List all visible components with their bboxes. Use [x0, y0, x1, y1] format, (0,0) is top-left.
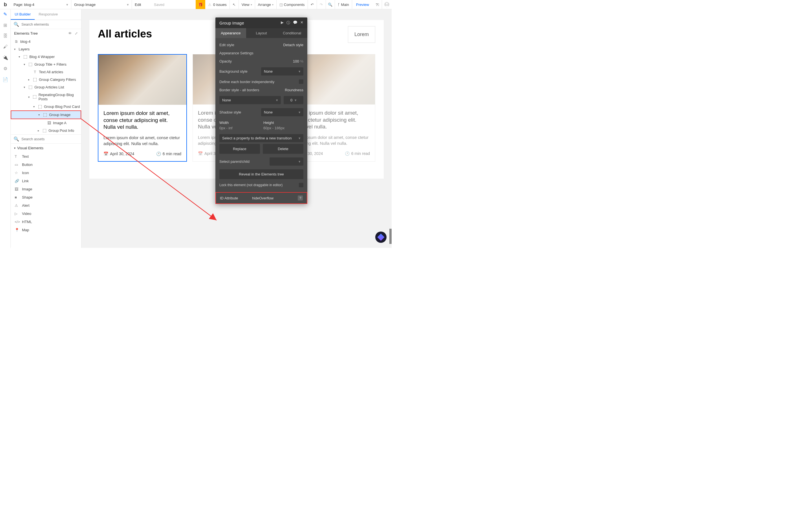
- bg-select[interactable]: None▾: [261, 67, 303, 75]
- ve-video[interactable]: ▷Video: [11, 210, 81, 218]
- help-fab[interactable]: [375, 231, 387, 243]
- logs-tab-icon[interactable]: 📄: [3, 77, 8, 82]
- tree-text-all[interactable]: T Text All articles: [11, 68, 81, 76]
- opacity-label: Opacity: [219, 59, 232, 63]
- tab-responsive[interactable]: Responsive: [35, 9, 62, 20]
- tab-conditional[interactable]: Conditional: [276, 28, 307, 38]
- edit-style-link[interactable]: Edit style: [219, 43, 234, 47]
- opacity-value[interactable]: 100: [293, 59, 299, 63]
- info-icon[interactable]: ⓘ: [287, 20, 290, 25]
- ve-map[interactable]: 📍Map: [11, 226, 81, 234]
- tab-appearance[interactable]: Appearance: [215, 28, 246, 38]
- settings-tab-icon[interactable]: ⚙: [3, 66, 7, 71]
- search-assets[interactable]: 🔍: [11, 134, 81, 144]
- lorem-badge[interactable]: Lorem: [348, 26, 375, 43]
- edit-mode[interactable]: Edit: [132, 0, 152, 9]
- blog-card[interactable]: Lorem ipsum dolor sit amet, conse ctetur…: [98, 54, 187, 162]
- page-dropdown[interactable]: Page: blog-4 ▾: [11, 0, 71, 9]
- gift-icon[interactable]: 🎁: [196, 0, 205, 9]
- image-icon: 🖼: [47, 121, 51, 125]
- tree-rg-blog[interactable]: ▾ RepeatingGroup Blog Posts: [11, 91, 81, 103]
- search-elements-input[interactable]: [21, 22, 79, 26]
- tree-cat-filters[interactable]: ▸ Group Category Filters: [11, 76, 81, 83]
- roundness-input[interactable]: 0▾: [284, 96, 303, 104]
- parent-child-select[interactable]: ▾: [269, 158, 303, 166]
- tree-image-a[interactable]: 🖼 Image A: [11, 119, 81, 127]
- id-value[interactable]: hideOverflow: [252, 196, 273, 200]
- search-elements[interactable]: 🔍: [11, 20, 81, 29]
- tree-group-image[interactable]: ▾ Group Image: [11, 110, 81, 119]
- panel-header[interactable]: Group Image ▶ ⓘ 💬 ✕: [215, 17, 307, 28]
- tree-post-info[interactable]: ▸ Group Post Info: [11, 127, 81, 134]
- issues-button[interactable]: ⚠ 0 issues: [205, 0, 230, 9]
- cube-icon: ◫: [280, 3, 283, 7]
- border-indep-checkbox[interactable]: [299, 79, 303, 84]
- width-value: 0px - inf: [219, 126, 259, 130]
- transition-select[interactable]: Select a property to define a new transi…: [219, 134, 303, 142]
- user-avatar[interactable]: [382, 0, 392, 9]
- help-icon[interactable]: ?: [298, 195, 303, 201]
- delete-button[interactable]: Delete: [263, 144, 303, 154]
- design-tab-icon[interactable]: ✎: [3, 11, 7, 17]
- close-icon[interactable]: ✕: [300, 20, 303, 25]
- ve-button[interactable]: ▭Button: [11, 161, 81, 169]
- styles-tab-icon[interactable]: 🖌: [3, 44, 8, 49]
- redo-icon[interactable]: ↷: [317, 0, 326, 9]
- help-icon[interactable]: ?⃝: [373, 0, 382, 9]
- eye-icon[interactable]: 👁: [68, 31, 72, 36]
- branch-dropdown[interactable]: ᚶ Main: [335, 0, 352, 9]
- element-dropdown[interactable]: Group Image ▾: [71, 0, 132, 9]
- ve-alert[interactable]: ⚠Alert: [11, 202, 81, 210]
- workflow-tab-icon[interactable]: ⊞: [3, 22, 7, 28]
- preview-button[interactable]: Preview: [352, 0, 373, 9]
- view-dropdown[interactable]: View▾: [239, 0, 255, 9]
- detach-style-link[interactable]: Detach style: [283, 43, 303, 47]
- html-icon: </>: [15, 220, 19, 224]
- left-panel: UI Builder Responsive 🔍 Elements Tree 👁 …: [11, 9, 82, 248]
- video-icon: ▷: [15, 212, 19, 216]
- tree-title-filters[interactable]: ▾ Group Title + Filters: [11, 61, 81, 68]
- card-image: [98, 55, 186, 105]
- chevron-down-icon: ▾: [299, 110, 301, 114]
- ve-link[interactable]: 🔗Link: [11, 177, 81, 185]
- reveal-button[interactable]: Reveal in the Elements tree: [219, 169, 303, 179]
- ve-icon[interactable]: ☆Icon: [11, 169, 81, 177]
- lock-checkbox[interactable]: [299, 183, 303, 187]
- shadow-select[interactable]: None▾: [261, 108, 303, 116]
- caret-down-icon: ▾: [28, 96, 31, 99]
- width-label: Width: [219, 121, 259, 125]
- arrange-dropdown[interactable]: Arrange▾: [255, 0, 276, 9]
- tree-articles-list[interactable]: ▾ Group Articles List: [11, 83, 81, 91]
- pointer-icon[interactable]: ↖: [230, 0, 239, 9]
- border-select[interactable]: None▾: [219, 96, 281, 104]
- caret-right-icon: ▸: [28, 78, 31, 81]
- ve-shape[interactable]: ■Shape: [11, 193, 81, 202]
- card-readtime: 6 min read: [351, 151, 370, 156]
- comment-icon[interactable]: 💬: [293, 20, 297, 25]
- plugins-tab-icon[interactable]: 🔌: [3, 55, 8, 60]
- expand-icon[interactable]: ⤢: [75, 31, 78, 36]
- tab-layout[interactable]: Layout: [246, 28, 277, 38]
- ve-html[interactable]: </>HTML: [11, 218, 81, 226]
- see-reference-tooltip[interactable]: See reference →: [389, 229, 392, 244]
- chevron-down-icon: ▾: [276, 98, 278, 102]
- tree-layers[interactable]: ▾ Layers: [11, 45, 81, 53]
- tree-wrapper[interactable]: ▾ Blog 4 Wrapper: [11, 53, 81, 61]
- ve-text[interactable]: TText: [11, 152, 81, 161]
- logo[interactable]: b: [0, 0, 11, 9]
- visual-elements-header[interactable]: ▾ Visual Elements: [11, 144, 81, 152]
- data-tab-icon[interactable]: 🗄: [3, 34, 8, 39]
- undo-icon[interactable]: ↶: [308, 0, 317, 9]
- tab-ui-builder[interactable]: UI Builder: [11, 9, 35, 20]
- components-button[interactable]: ◫ Components: [276, 0, 308, 9]
- tree-blog-card[interactable]: ▾ Group Blog Post Card: [11, 103, 81, 110]
- left-rail: ✎ ⊞ 🗄 🖌 🔌 ⚙ 📄: [0, 9, 11, 248]
- ve-image[interactable]: 🖼Image: [11, 185, 81, 193]
- calendar-icon: 📅: [103, 152, 108, 156]
- search-assets-input[interactable]: [21, 137, 79, 141]
- search-icon[interactable]: 🔍: [326, 0, 335, 9]
- replace-button[interactable]: Replace: [219, 144, 260, 154]
- play-icon[interactable]: ▶: [281, 20, 284, 25]
- tree-page[interactable]: 🗎 blog-4: [11, 38, 81, 45]
- map-icon: 📍: [15, 228, 19, 232]
